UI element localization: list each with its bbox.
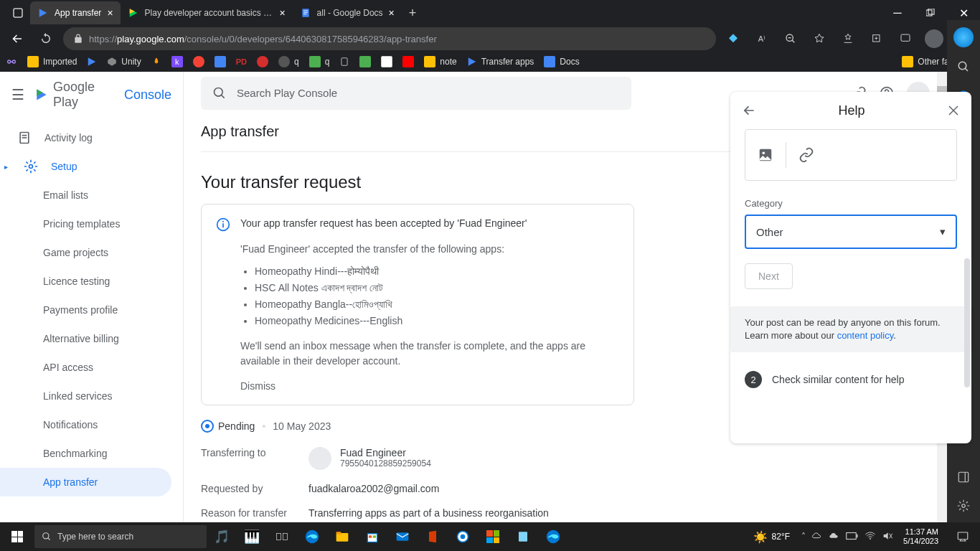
- help-scrollbar-thumb[interactable]: [964, 258, 970, 387]
- bookmark-item[interactable]: k: [171, 56, 183, 67]
- transferring-to-label: Transferring to: [201, 447, 308, 470]
- attach-link-icon[interactable]: [786, 139, 826, 171]
- taskbar-search[interactable]: Type here to search: [34, 525, 207, 548]
- bookmark-item[interactable]: [339, 57, 349, 67]
- search-input[interactable]: Search Play Console: [201, 77, 631, 110]
- favorites-bar-icon[interactable]: [837, 27, 859, 50]
- bookmark-item[interactable]: [87, 57, 97, 67]
- nav-app-transfer[interactable]: App transfer: [0, 468, 171, 496]
- battery-tray-icon[interactable]: [846, 532, 859, 542]
- wifi-tray-icon[interactable]: [864, 530, 876, 544]
- minimize-button[interactable]: ─: [881, 1, 914, 24]
- nav-alternative-billing[interactable]: Alternative billing: [0, 324, 171, 353]
- collections-icon[interactable]: [865, 27, 888, 50]
- maximize-button[interactable]: [914, 1, 947, 24]
- bookmark-docs[interactable]: Docs: [544, 56, 579, 67]
- search-icon: [42, 532, 52, 542]
- back-button[interactable]: [6, 27, 29, 50]
- edge-taskbar-icon[interactable]: [297, 522, 327, 551]
- info-note: We'll send an inbox message when the tra…: [240, 339, 619, 369]
- favorite-star-icon[interactable]: [808, 27, 831, 50]
- next-button[interactable]: Next: [745, 263, 793, 289]
- taskbar-app-icon[interactable]: 🎹: [237, 522, 267, 551]
- nav-linked-services[interactable]: Linked services: [0, 382, 171, 410]
- browser-tab-1[interactable]: Play developer account basics : G ×: [121, 1, 293, 24]
- refresh-button[interactable]: [34, 27, 57, 50]
- help-close-icon[interactable]: [947, 104, 960, 117]
- bookmark-q1[interactable]: q: [278, 56, 299, 67]
- tab-close-icon[interactable]: ×: [107, 7, 113, 19]
- profile-avatar[interactable]: [923, 27, 946, 50]
- task-view-icon[interactable]: [267, 522, 297, 551]
- office-taskbar-icon[interactable]: [418, 522, 448, 551]
- app-taskbar-icon[interactable]: [448, 522, 478, 551]
- notification-center-icon[interactable]: [948, 522, 977, 551]
- menu-toggle-icon[interactable]: ☰: [11, 86, 24, 103]
- svg-point-53: [461, 534, 466, 540]
- svg-rect-49: [369, 535, 372, 537]
- onedrive-tray-icon[interactable]: [811, 530, 823, 544]
- nav-game-projects[interactable]: Game projects: [0, 238, 171, 267]
- app-taskbar-icon[interactable]: [508, 522, 538, 551]
- nav-email-lists[interactable]: Email lists: [0, 181, 171, 209]
- weather-widget[interactable]: ☀️ 82°F: [746, 530, 797, 544]
- bookmark-transfer-apps[interactable]: Transfer apps: [467, 57, 534, 67]
- bing-chat-icon[interactable]: [953, 27, 974, 47]
- nav-payments-profile[interactable]: Payments profile: [0, 296, 171, 324]
- tab-actions-icon[interactable]: [6, 2, 30, 24]
- help-step-2[interactable]: 2 Check similar content for help: [745, 365, 957, 394]
- bookmark-item[interactable]: [215, 56, 226, 67]
- browser-essentials-icon[interactable]: [894, 27, 917, 50]
- dismiss-button[interactable]: Dismiss: [240, 380, 619, 392]
- mail-taskbar-icon[interactable]: [387, 522, 418, 551]
- sidebar-toggle-icon[interactable]: [957, 471, 970, 486]
- address-bar[interactable]: https://play.google.com/console/u/0/deve…: [63, 27, 716, 50]
- bookmark-item[interactable]: [402, 56, 414, 67]
- nav-notifications[interactable]: Notifications: [0, 410, 171, 439]
- bookmark-item[interactable]: [151, 57, 161, 67]
- bookmark-imported[interactable]: Imported: [27, 56, 77, 67]
- tab-close-icon[interactable]: ×: [279, 7, 285, 19]
- bookmark-item[interactable]: [193, 56, 204, 67]
- edge-taskbar-icon[interactable]: [538, 522, 568, 551]
- browser-tab-2[interactable]: all - Google Docs ×: [293, 1, 402, 24]
- new-tab-button[interactable]: +: [402, 6, 424, 21]
- nav-pricing-templates[interactable]: Pricing templates: [0, 209, 171, 238]
- content-policy-link[interactable]: content policy: [837, 330, 894, 341]
- bookmark-unity[interactable]: Unity: [107, 57, 141, 67]
- category-select[interactable]: Other ▾: [745, 215, 957, 249]
- nav-benchmarking[interactable]: Benchmarking: [0, 439, 171, 468]
- store-taskbar-icon[interactable]: [357, 522, 387, 551]
- bookmark-item[interactable]: [381, 56, 392, 67]
- nav-setup-header[interactable]: ▸ Setup: [0, 152, 171, 181]
- nav-licence-testing[interactable]: Licence testing: [0, 267, 171, 296]
- app-taskbar-icon[interactable]: [478, 522, 508, 551]
- cloud-tray-icon[interactable]: [829, 530, 840, 544]
- play-favicon-icon: [128, 7, 139, 19]
- attach-image-icon[interactable]: [745, 139, 786, 171]
- browser-tab-0[interactable]: App transfer ×: [30, 1, 121, 24]
- bookmark-item[interactable]: PD: [236, 57, 247, 66]
- zoom-icon[interactable]: [779, 27, 802, 50]
- tray-chevron-icon[interactable]: ˄: [801, 532, 806, 542]
- taskbar-app-icon[interactable]: 🎵: [207, 522, 237, 551]
- help-back-icon[interactable]: [742, 103, 756, 118]
- taskbar-clock[interactable]: 11:37 AM 5/14/2023: [897, 527, 944, 546]
- search-sidebar-icon[interactable]: [957, 60, 970, 76]
- play-console-logo[interactable]: Google Play Console: [34, 80, 171, 110]
- app-list-item: Homeopathy Hindi---होम्योपैथी: [255, 264, 619, 279]
- settings-sidebar-icon[interactable]: [957, 499, 970, 515]
- bookmark-note[interactable]: note: [424, 56, 456, 67]
- nav-api-access[interactable]: API access: [0, 353, 171, 382]
- tab-close-icon[interactable]: ×: [389, 7, 395, 19]
- volume-tray-icon[interactable]: [882, 530, 893, 544]
- shopping-tag-icon[interactable]: [722, 27, 745, 50]
- bookmark-item[interactable]: [359, 56, 371, 67]
- nav-activity-log[interactable]: Activity log: [0, 123, 171, 152]
- bookmark-q2[interactable]: q: [309, 56, 330, 67]
- bookmark-item[interactable]: [6, 56, 17, 67]
- start-button[interactable]: [0, 522, 34, 551]
- read-aloud-icon[interactable]: A⁾: [750, 27, 773, 50]
- bookmark-item[interactable]: [257, 56, 268, 67]
- explorer-taskbar-icon[interactable]: [327, 522, 357, 551]
